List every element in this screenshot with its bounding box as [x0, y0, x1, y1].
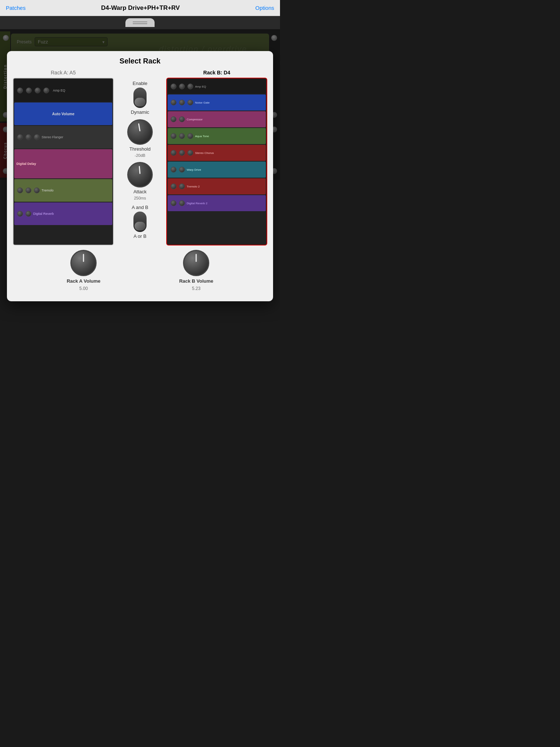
- page-title: D4-Warp Drive+PH+TR+RV: [101, 4, 180, 12]
- rack-a-preview[interactable]: Amp EQ Auto Volume Stereo Flanger: [13, 78, 114, 245]
- enable-toggle[interactable]: [133, 88, 147, 108]
- dynamic-label: Dynamic: [131, 109, 149, 115]
- rack-b-strip-7: Digital Reverb 2: [168, 195, 266, 211]
- a-or-b-label: A or B: [133, 233, 146, 239]
- attack-knob[interactable]: [127, 162, 153, 187]
- threshold-knob[interactable]: [127, 119, 153, 145]
- select-rack-modal: Select Rack Rack A: A5 Amp EQ: [7, 51, 273, 301]
- middle-controls: Enable Dynamic Threshold -20dB: [118, 70, 162, 245]
- patches-button[interactable]: Patches: [6, 5, 26, 11]
- rack-a-volume-value: 5.00: [79, 286, 88, 291]
- rack-b-strip-3: Aqua Tone: [168, 128, 266, 144]
- rack-a-volume-knob[interactable]: [70, 250, 97, 276]
- rack-a-strip-4: Tremolo: [14, 179, 112, 202]
- top-bar: Patches D4-Warp Drive+PH+TR+RV Options: [0, 0, 280, 16]
- pull-tab[interactable]: [0, 16, 280, 29]
- rack-a-title: Rack A: A5: [13, 70, 114, 76]
- rack-b-strip-0: Amp EQ: [168, 79, 266, 94]
- rack-b-title: Rack B: D4: [166, 70, 267, 76]
- threshold-label: Threshold: [129, 146, 151, 152]
- ab-toggle-knob: [135, 222, 145, 231]
- attack-label: Attack: [133, 189, 147, 194]
- attack-value: 250ms: [134, 196, 146, 200]
- rack-b-strip-5: Warp Drive: [168, 162, 266, 178]
- rack-b-volume-group: Rack B Volume 5.23: [179, 250, 213, 291]
- enable-label: Enable: [133, 81, 147, 86]
- rack-a-strip-0: Amp EQ: [14, 79, 112, 102]
- rack-a-column: Rack A: A5 Amp EQ Auto Volume: [13, 70, 114, 245]
- threshold-value: -20dB: [135, 153, 145, 158]
- modal-body: Rack A: A5 Amp EQ Auto Volume: [13, 70, 267, 245]
- options-button[interactable]: Options: [255, 5, 274, 11]
- rack-b-strip-6: Tremolo 2: [168, 178, 266, 194]
- volume-row: Rack A Volume 5.00 Rack B Volume 5.23: [13, 245, 267, 295]
- rack-b-strip-4: Stereo Chorus: [168, 145, 266, 161]
- rack-b-volume-label: Rack B Volume: [179, 278, 213, 284]
- rack-b-column: Rack B: D4 Amp EQ: [166, 70, 267, 245]
- rack-b-preview[interactable]: Amp EQ Noise Gate: [166, 78, 267, 245]
- rack-a-strip-1: Auto Volume: [14, 102, 112, 125]
- rack-a-strip-2: Stereo Flanger: [14, 126, 112, 148]
- enable-ctrl: Enable Dynamic: [131, 81, 149, 115]
- rack-a-volume-group: Rack A Volume 5.00: [67, 250, 101, 291]
- rack-b-volume-value: 5.23: [192, 286, 201, 291]
- ab-ctrl: A and B A or B: [132, 205, 148, 239]
- enable-toggle-knob: [135, 98, 145, 107]
- threshold-ctrl: Threshold -20dB: [127, 119, 153, 158]
- attack-ctrl: Attack 250ms: [127, 162, 153, 200]
- rack-b-strip-2: Compressor: [168, 111, 266, 127]
- rack-a-strip-5: Digital Reverb: [14, 202, 112, 225]
- rack-b-strip-1: Noise Gate: [168, 94, 266, 111]
- rack-a-volume-label: Rack A Volume: [67, 278, 101, 284]
- modal-overlay[interactable]: Select Rack Rack A: A5 Amp EQ: [0, 29, 280, 180]
- rack-a-strip-3: Digital Delay: [14, 149, 112, 178]
- rack-b-volume-knob[interactable]: [183, 250, 209, 276]
- modal-title: Select Rack: [13, 57, 267, 65]
- ab-toggle[interactable]: [133, 212, 147, 232]
- a-and-b-label: A and B: [132, 205, 148, 210]
